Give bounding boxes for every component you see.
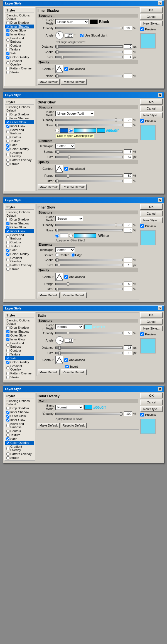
close-button-4[interactable]: ✕	[158, 306, 162, 310]
invert-cb-4[interactable]	[65, 365, 69, 368]
cb-pattern-overlay-5[interactable]	[6, 452, 9, 456]
distance-input-1[interactable]	[124, 44, 132, 49]
cb-color-overlay-3[interactable]	[6, 253, 9, 256]
cb-stroke-3[interactable]	[6, 268, 9, 271]
style-pattern-overlay-2[interactable]: Pattern Overlay	[5, 158, 34, 162]
choke-input-1[interactable]	[124, 50, 132, 54]
cb-texture-2[interactable]	[6, 140, 9, 143]
style-color-overlay-2[interactable]: Color Overlay	[5, 147, 34, 151]
style-outer-glow-5[interactable]: Outer Glow	[5, 414, 34, 418]
style-bevel-3[interactable]: Bevel and Emboss	[5, 233, 34, 240]
distance-input-4[interactable]	[124, 345, 132, 350]
style-inner-shadow-5[interactable]: Inner Shadow	[5, 410, 34, 414]
style-stroke-4[interactable]: Stroke	[5, 375, 34, 379]
cb-inner-glow-3[interactable]	[6, 230, 9, 233]
style-stroke-1[interactable]: Stroke	[5, 70, 34, 74]
cb-texture-5[interactable]	[6, 434, 9, 437]
style-blending-2[interactable]: Blending Options: Default	[5, 105, 34, 112]
cb-outer-glow-5[interactable]	[6, 415, 9, 418]
opacity-slider-3[interactable]	[55, 224, 123, 226]
style-inner-glow-3[interactable]: Inner Glow	[5, 229, 34, 233]
style-color-overlay-4[interactable]: Color Overlay	[5, 360, 34, 364]
blend-mode-select-3[interactable]: Screen	[55, 216, 83, 221]
cb-inner-shadow-1[interactable]	[6, 25, 9, 28]
cb-pattern-overlay-2[interactable]	[6, 159, 9, 162]
contour-preview-2[interactable]	[55, 165, 63, 173]
style-contour-4[interactable]: Contour	[5, 348, 34, 352]
cb-drop-shadow-4[interactable]	[6, 326, 9, 329]
style-inner-shadow-4[interactable]: Inner Shadow	[5, 330, 34, 333]
jitter-slider-2[interactable]	[55, 180, 123, 182]
close-button-2[interactable]: ✕	[158, 93, 162, 97]
cb-texture-3[interactable]	[6, 245, 9, 248]
reset-btn-5[interactable]: Reset to Default	[61, 423, 87, 428]
cb-satin-5[interactable]	[6, 437, 9, 440]
style-bevel-1[interactable]: Bevel and Emboss	[5, 36, 34, 43]
color-swatch-2[interactable]	[60, 128, 68, 133]
cb-outer-glow-2[interactable]	[6, 121, 9, 124]
size-slider-2[interactable]	[55, 156, 123, 158]
style-texture-5[interactable]: Texture	[5, 433, 34, 437]
color-swatch-3[interactable]	[60, 233, 68, 238]
opacity-input-3[interactable]	[124, 223, 132, 227]
center-label-3[interactable]: Center	[55, 253, 69, 257]
size-slider-1[interactable]	[55, 56, 123, 58]
cb-inner-shadow-5[interactable]	[6, 411, 9, 414]
cb-gradient-overlay-2[interactable]	[6, 153, 9, 156]
new-style-btn-2[interactable]: New Style...	[140, 112, 163, 118]
size-input-4[interactable]	[124, 351, 132, 355]
cb-color-overlay-2[interactable]	[6, 147, 9, 151]
size-input-3[interactable]	[124, 263, 132, 267]
new-style-btn-3[interactable]: New Style...	[140, 217, 163, 223]
cancel-btn-4[interactable]: Cancel	[140, 319, 163, 325]
cb-inner-glow-1[interactable]	[6, 33, 9, 36]
cb-satin-3[interactable]	[6, 249, 9, 252]
edge-radio-3[interactable]	[71, 253, 75, 257]
style-blending-5[interactable]: Blending Options: Default	[5, 399, 34, 406]
cb-stroke-2[interactable]	[6, 163, 9, 166]
cb-inner-glow-5[interactable]	[6, 418, 9, 422]
cb-inner-glow-2[interactable]	[6, 125, 9, 128]
cb-inner-glow-4[interactable]	[6, 338, 9, 341]
cb-color-overlay-5[interactable]	[6, 441, 9, 444]
cb-inner-shadow-3[interactable]	[6, 222, 9, 225]
style-inner-shadow-1[interactable]: Inner Shadow	[5, 25, 34, 28]
make-default-btn-2[interactable]: Make Default	[38, 184, 60, 190]
cb-outer-glow-3[interactable]	[6, 226, 9, 229]
noise-input-3[interactable]	[124, 228, 132, 233]
ok-btn-1[interactable]: OK	[140, 7, 163, 13]
close-button-1[interactable]: ✕	[158, 1, 162, 5]
color-radio-2[interactable]	[55, 129, 59, 132]
blend-mode-select-5[interactable]: Normal	[55, 405, 83, 410]
cb-outer-glow-4[interactable]	[6, 334, 9, 337]
range-slider-3[interactable]	[55, 283, 123, 285]
blend-mode-select-4[interactable]: Normal	[55, 324, 83, 329]
style-bevel-5[interactable]: Bevel and Emboss	[5, 422, 34, 429]
cb-satin-1[interactable]	[6, 52, 9, 55]
center-radio-3[interactable]	[55, 253, 59, 257]
preview-cb-2[interactable]	[140, 119, 144, 123]
style-inner-shadow-2[interactable]: Inner Shadow	[5, 116, 34, 120]
range-input-3[interactable]	[124, 282, 132, 286]
cb-contour-1[interactable]	[6, 44, 9, 47]
noise-input-1[interactable]	[124, 74, 132, 78]
global-light-cb-1[interactable]	[80, 34, 84, 37]
style-texture-4[interactable]: Texture	[5, 352, 34, 356]
anti-aliased-cb-4[interactable]	[64, 358, 68, 362]
color-swatch-4[interactable]	[84, 325, 92, 329]
cancel-btn-5[interactable]: Cancel	[140, 400, 163, 405]
style-outer-glow-3[interactable]: Outer Glow	[5, 225, 34, 229]
technique-select-2[interactable]: Softer	[55, 144, 75, 149]
opacity-slider-1[interactable]	[55, 27, 123, 29]
style-contour-2[interactable]: Contour	[5, 135, 34, 139]
cancel-btn-2[interactable]: Cancel	[140, 106, 163, 111]
anti-aliased-cb-2[interactable]	[64, 167, 68, 171]
cb-gradient-overlay-5[interactable]	[6, 447, 9, 450]
cb-bevel-4[interactable]	[6, 343, 9, 347]
choke-slider-1[interactable]	[55, 51, 123, 53]
close-button-3[interactable]: ✕	[158, 198, 162, 202]
style-blending-1[interactable]: Blending Options: Default	[5, 13, 34, 21]
choke-slider-3[interactable]	[55, 259, 123, 261]
style-satin-3[interactable]: Satin	[5, 248, 34, 252]
cb-stroke-5[interactable]	[6, 456, 9, 459]
